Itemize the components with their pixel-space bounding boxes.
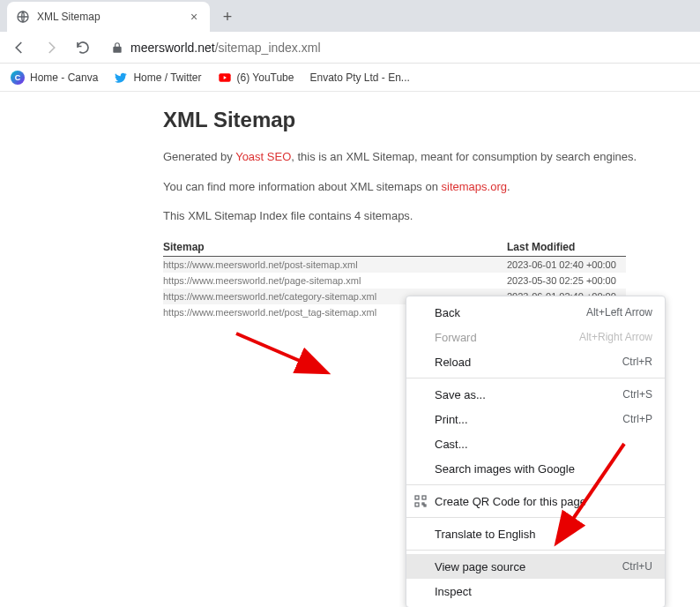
browser-tab[interactable]: XML Sitemap × xyxy=(7,2,210,32)
qr-icon xyxy=(413,494,428,508)
browser-toolbar: meersworld.net/sitemap_index.xml xyxy=(0,32,700,64)
sitemap-lastmod: 2023-05-30 02:25 +00:00 xyxy=(507,275,626,286)
menu-item-view-page-source[interactable]: View page sourceCtrl+U xyxy=(406,554,665,579)
tab-title: XML Sitemap xyxy=(37,11,180,23)
menu-item-shortcut: Ctrl+S xyxy=(622,388,652,401)
lock-icon xyxy=(111,41,123,54)
menu-separator xyxy=(406,378,665,378)
menu-item-cast[interactable]: Cast... xyxy=(406,431,665,456)
page-content: XML Sitemap Generated by Yoast SEO, this… xyxy=(0,92,700,320)
new-tab-button[interactable]: + xyxy=(215,4,240,29)
menu-item-label: Print... xyxy=(435,413,622,426)
sitemap-url: https://www.meersworld.net/post-sitemap.… xyxy=(163,259,507,270)
menu-item-translate-to-english[interactable]: Translate to English xyxy=(406,521,665,546)
tab-bar: XML Sitemap × + xyxy=(0,0,700,32)
annotation-arrow-icon xyxy=(232,329,346,382)
bookmark-youtube[interactable]: (6) YouTube xyxy=(218,71,294,85)
menu-item-search-images-with-google[interactable]: Search images with Google xyxy=(406,456,665,481)
page-title: XML Sitemap xyxy=(163,108,700,132)
reload-button[interactable] xyxy=(71,35,95,60)
svg-rect-2 xyxy=(415,496,419,499)
forward-button[interactable] xyxy=(39,35,63,60)
globe-icon xyxy=(16,10,30,24)
bookmark-label: Envato Pty Ltd - En... xyxy=(309,71,409,84)
svg-rect-4 xyxy=(415,503,419,506)
intro-generated: Generated by Yoast SEO, this is an XML S… xyxy=(163,148,700,166)
bookmark-canva[interactable]: C Home - Canva xyxy=(11,71,98,85)
bookmark-envato[interactable]: Envato Pty Ltd - En... xyxy=(309,71,409,84)
address-bar[interactable]: meersworld.net/sitemap_index.xml xyxy=(102,35,693,60)
svg-rect-3 xyxy=(422,496,426,499)
table-row[interactable]: https://www.meersworld.net/post-sitemap.… xyxy=(163,257,626,273)
intro-contains: This XML Sitemap Index file contains 4 s… xyxy=(163,207,700,225)
sitemapsorg-link[interactable]: sitemaps.org xyxy=(442,180,507,193)
col-sitemap: Sitemap xyxy=(163,241,507,253)
svg-rect-6 xyxy=(424,505,426,506)
menu-item-label: Forward xyxy=(435,331,579,344)
col-lastmod: Last Modified xyxy=(507,241,626,253)
menu-item-shortcut: Ctrl+R xyxy=(622,356,652,368)
svg-line-7 xyxy=(236,333,324,371)
menu-item-label: Save as... xyxy=(435,388,622,401)
menu-separator xyxy=(406,484,665,485)
twitter-icon xyxy=(114,71,128,85)
menu-item-shortcut: Ctrl+P xyxy=(622,413,652,425)
youtube-icon xyxy=(218,71,232,85)
table-row[interactable]: https://www.meersworld.net/page-sitemap.… xyxy=(163,273,626,289)
menu-item-shortcut: Ctrl+U xyxy=(622,560,652,573)
sitemap-url: https://www.meersworld.net/page-sitemap.… xyxy=(163,275,507,286)
menu-item-label: View page source xyxy=(435,560,622,573)
back-button[interactable] xyxy=(7,35,32,60)
bookmark-label: Home / Twitter xyxy=(133,71,201,84)
menu-item-back[interactable]: BackAlt+Left Arrow xyxy=(406,300,665,325)
table-header: Sitemap Last Modified xyxy=(163,241,626,257)
bookmark-label: (6) YouTube xyxy=(237,71,294,84)
menu-item-inspect[interactable]: Inspect xyxy=(406,579,665,603)
menu-item-label: Search images with Google xyxy=(435,462,652,476)
canva-icon: C xyxy=(11,71,25,85)
menu-item-create-qr-code-for-this-page[interactable]: Create QR Code for this page xyxy=(406,489,665,513)
menu-item-label: Translate to English xyxy=(435,528,652,541)
bookmark-twitter[interactable]: Home / Twitter xyxy=(114,71,201,85)
menu-item-label: Reload xyxy=(435,356,622,369)
menu-item-label: Back xyxy=(435,306,586,319)
menu-separator xyxy=(406,550,665,551)
url-text: meersworld.net/sitemap_index.xml xyxy=(130,41,321,55)
bookmarks-bar: C Home - Canva Home / Twitter (6) YouTub… xyxy=(0,64,700,92)
menu-item-label: Inspect xyxy=(435,585,652,598)
menu-separator xyxy=(406,517,665,518)
yoast-link[interactable]: Yoast SEO xyxy=(235,150,291,163)
menu-item-shortcut: Alt+Right Arrow xyxy=(579,331,652,343)
menu-item-save-as[interactable]: Save as...Ctrl+S xyxy=(406,382,665,407)
menu-item-label: Cast... xyxy=(435,438,652,451)
menu-item-shortcut: Alt+Left Arrow xyxy=(586,306,652,318)
intro-moreinfo: You can find more information about XML … xyxy=(163,178,700,196)
menu-item-label: Create QR Code for this page xyxy=(435,495,652,508)
menu-item-reload[interactable]: ReloadCtrl+R xyxy=(406,349,665,374)
context-menu: BackAlt+Left ArrowForwardAlt+Right Arrow… xyxy=(406,296,666,607)
sitemap-lastmod: 2023-06-01 02:40 +00:00 xyxy=(507,259,626,270)
bookmark-label: Home - Canva xyxy=(30,71,98,84)
close-icon[interactable]: × xyxy=(187,10,201,24)
menu-item-print[interactable]: Print...Ctrl+P xyxy=(406,407,665,431)
menu-item-forward: ForwardAlt+Right Arrow xyxy=(406,325,665,349)
